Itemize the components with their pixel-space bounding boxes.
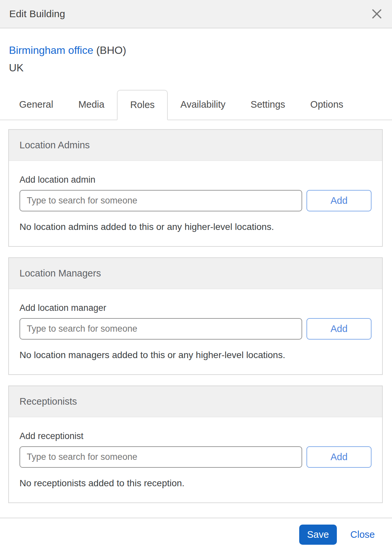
- building-name-block: Birmingham office (BHO) UK: [9, 44, 383, 74]
- tab-bar: General Media Roles Availability Setting…: [0, 90, 392, 120]
- dialog-title: Edit Building: [9, 8, 65, 19]
- edit-building-dialog: Edit Building Birmingham office (BHO) UK…: [0, 0, 392, 551]
- add-location-manager-row: Add: [19, 318, 372, 340]
- roles-tab-content: Location Admins Add location admin Add N…: [0, 120, 392, 503]
- tab-roles[interactable]: Roles: [117, 90, 168, 120]
- location-admins-header: Location Admins: [9, 130, 382, 161]
- tab-availability[interactable]: Availability: [168, 90, 238, 120]
- receptionists-panel: Receptionists Add receptionist Add No re…: [8, 386, 383, 503]
- add-location-admin-label: Add location admin: [19, 175, 372, 185]
- location-admin-search-input[interactable]: [19, 190, 302, 211]
- tab-media[interactable]: Media: [66, 90, 117, 120]
- add-receptionist-row: Add: [19, 446, 372, 468]
- close-icon[interactable]: [371, 8, 382, 19]
- add-receptionist-label: Add receptionist: [19, 431, 372, 441]
- dialog-header: Edit Building: [0, 0, 392, 28]
- building-name-link[interactable]: Birmingham office: [9, 44, 93, 56]
- add-location-admin-row: Add: [19, 190, 372, 211]
- add-location-admin-button[interactable]: Add: [306, 190, 372, 211]
- add-location-manager-button[interactable]: Add: [306, 318, 372, 340]
- add-location-manager-label: Add location manager: [19, 303, 372, 313]
- receptionists-body: Add receptionist Add No receptionists ad…: [9, 417, 382, 502]
- location-managers-panel: Location Managers Add location manager A…: [8, 257, 383, 375]
- receptionists-header: Receptionists: [9, 386, 382, 417]
- location-managers-body: Add location manager Add No location man…: [9, 289, 382, 374]
- receptionists-empty-text: No receptionists added to this reception…: [19, 478, 372, 489]
- add-receptionist-button[interactable]: Add: [306, 446, 372, 468]
- location-manager-search-input[interactable]: [19, 318, 302, 340]
- tab-general[interactable]: General: [7, 90, 66, 120]
- location-admins-body: Add location admin Add No location admin…: [9, 161, 382, 246]
- receptionist-search-input[interactable]: [19, 446, 302, 468]
- save-button[interactable]: Save: [299, 525, 337, 545]
- building-country: UK: [9, 61, 383, 74]
- building-code-text: (BHO): [96, 44, 126, 56]
- location-managers-empty-text: No location managers added to this or an…: [19, 350, 372, 360]
- tab-options[interactable]: Options: [298, 90, 356, 120]
- tab-settings[interactable]: Settings: [238, 90, 298, 120]
- dialog-footer: Save Close: [0, 518, 392, 551]
- location-admins-empty-text: No location admins added to this or any …: [19, 222, 372, 232]
- location-managers-header: Location Managers: [9, 258, 382, 289]
- location-admins-panel: Location Admins Add location admin Add N…: [8, 129, 383, 247]
- close-button[interactable]: Close: [350, 529, 375, 540]
